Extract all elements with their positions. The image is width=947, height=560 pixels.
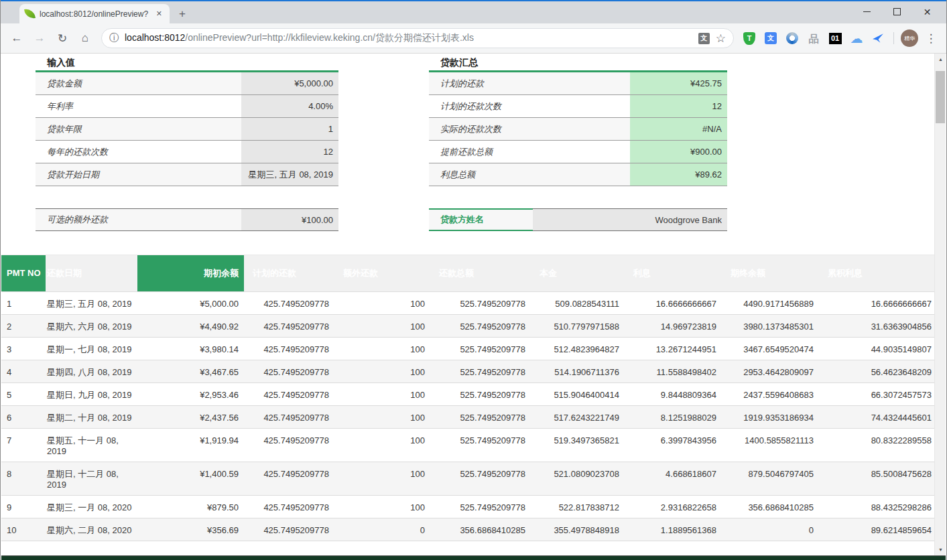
schedule-cell: 89.6214859654 bbox=[819, 518, 934, 541]
schedule-cell: 521.0809023708 bbox=[531, 462, 625, 496]
schedule-cell: 3 bbox=[1, 338, 46, 360]
tab-close-icon[interactable]: ✕ bbox=[154, 9, 164, 18]
schedule-cell: 2953.4642809097 bbox=[722, 360, 819, 383]
cloud-icon: ☁ bbox=[850, 32, 863, 45]
field-row: 实际的还款次数#N/A bbox=[429, 118, 727, 141]
minimize-button[interactable] bbox=[852, 1, 882, 22]
tab-title: localhost:8012/onlinePreview? bbox=[40, 9, 149, 19]
profile-avatar[interactable]: 精华 bbox=[901, 29, 918, 47]
schedule-cell: 0 bbox=[722, 518, 819, 541]
tab-strip: localhost:8012/onlinePreview? ✕ + ✕ bbox=[1, 1, 946, 23]
address-bar[interactable]: ⓘ localhost:8012/onlinePreview?url=http:… bbox=[101, 28, 734, 48]
close-button[interactable]: ✕ bbox=[912, 1, 942, 22]
schedule-cell: 74.4324445601 bbox=[819, 406, 934, 429]
table-header-row: PMT NO还款日期期初余额计划的还款额外还款还款总额本金利息期终余额累积利息 bbox=[1, 255, 934, 292]
bookmark-star-icon[interactable]: ☆ bbox=[716, 33, 726, 44]
summary-rows: 计划的还款¥425.75计划的还款次数12实际的还款次数#N/A提前还款总额¥9… bbox=[429, 72, 727, 186]
back-button[interactable]: ← bbox=[7, 29, 26, 48]
input-rows: 贷款金额¥5,000.00年利率4.00%贷款年限1每年的还款次数12贷款开始日… bbox=[36, 72, 338, 186]
reload-button[interactable]: ↻ bbox=[53, 29, 72, 48]
info-icon[interactable]: ⓘ bbox=[109, 32, 119, 44]
field-value: 12 bbox=[241, 141, 338, 163]
schedule-cell: 6.3997843956 bbox=[625, 429, 722, 462]
home-button[interactable]: ⌂ bbox=[76, 29, 94, 48]
field-row: 贷款开始日期星期三, 五月 08, 2019 bbox=[36, 163, 338, 186]
maximize-button[interactable] bbox=[882, 1, 912, 22]
schedule-cell: 1919.9353186934 bbox=[722, 406, 819, 429]
vertical-scrollbar[interactable]: ▲ ▼ bbox=[934, 54, 946, 555]
translate-extension-icon[interactable]: 文 bbox=[762, 29, 779, 47]
field-label: 实际的还款次数 bbox=[429, 118, 630, 140]
schedule-cell: 425.7495209778 bbox=[244, 315, 334, 338]
schedule-row: 6星期二, 十月 08, 2019¥2,437.56425.7495209778… bbox=[1, 406, 934, 429]
field-value: 12 bbox=[630, 95, 727, 117]
schedule-cell: 425.7495209778 bbox=[244, 292, 334, 315]
schedule-cell: 星期六, 二月 08, 2020 bbox=[46, 518, 137, 541]
field-row: 计划的还款次数12 bbox=[429, 95, 727, 118]
schedule-cell: ¥5,000.00 bbox=[137, 292, 244, 315]
schedule-cell: 3467.6549520474 bbox=[722, 338, 819, 360]
url-path: /onlinePreview?url=http://kkfileview.kek… bbox=[185, 32, 474, 43]
schedule-cell: 425.7495209778 bbox=[244, 462, 334, 496]
shield-icon: T bbox=[743, 32, 755, 45]
schedule-cell: 425.7495209778 bbox=[244, 496, 334, 518]
url-host: localhost:8012 bbox=[125, 32, 185, 43]
schedule-cell: 3980.1373485301 bbox=[722, 315, 819, 338]
new-tab-button[interactable]: + bbox=[174, 5, 191, 23]
schedule-cell: 1.1889561368 bbox=[625, 518, 722, 541]
schedule-cell: 2.9316822658 bbox=[625, 496, 722, 518]
column-header: 还款日期 bbox=[46, 255, 137, 292]
extra-payment-row: 可选的额外还款 ¥100.00 bbox=[36, 208, 338, 231]
schedule-cell: 16.6666666667 bbox=[819, 292, 934, 315]
schedule-cell: 66.3072457573 bbox=[819, 383, 934, 406]
01-badge-extension-icon[interactable]: 01 bbox=[826, 29, 844, 47]
schedule-cell: 100 bbox=[334, 338, 430, 360]
field-row: 贷款金额¥5,000.00 bbox=[36, 72, 338, 95]
schedule-cell: 4490.9171456889 bbox=[722, 292, 819, 315]
scrollbar-thumb[interactable] bbox=[936, 71, 945, 123]
schedule-cell: 13.2671244951 bbox=[625, 338, 722, 360]
schedule-cell: 425.7495209778 bbox=[244, 406, 334, 429]
forward-button[interactable]: → bbox=[30, 29, 49, 48]
schedule-cell: 425.7495209778 bbox=[244, 383, 334, 406]
cloud-extension-icon[interactable]: ☁ bbox=[848, 29, 865, 47]
field-value: #N/A bbox=[630, 118, 727, 140]
schedule-cell: 4 bbox=[1, 360, 46, 383]
browser-tab[interactable]: localhost:8012/onlinePreview? ✕ bbox=[19, 4, 170, 23]
url-text: localhost:8012/onlinePreview?url=http://… bbox=[125, 32, 692, 44]
schedule-row: 8星期日, 十二月 08, 2019¥1,400.59425.749520977… bbox=[1, 462, 934, 496]
swirl-extension-icon[interactable] bbox=[783, 29, 801, 47]
schedule-cell: 星期日, 十二月 08, 2019 bbox=[46, 462, 137, 496]
schedule-cell: 星期日, 九月 08, 2019 bbox=[46, 383, 137, 406]
menu-icon[interactable]: ⋮ bbox=[922, 29, 940, 47]
schedule-cell: 1400.5855821113 bbox=[722, 429, 819, 462]
top-tables: 输入值 贷款金额¥5,000.00年利率4.00%贷款年限1每年的还款次数12贷… bbox=[1, 54, 934, 255]
scroll-down-icon[interactable]: ▼ bbox=[935, 544, 946, 555]
schedule-cell: 7 bbox=[1, 429, 46, 462]
schedule-cell: 31.6363904856 bbox=[819, 315, 934, 338]
column-header: 累积利息 bbox=[819, 255, 934, 292]
schedule-cell: ¥1,919.94 bbox=[137, 429, 244, 462]
shield-extension-icon[interactable]: T bbox=[741, 29, 758, 47]
field-row: 计划的还款¥425.75 bbox=[429, 72, 727, 95]
field-label: 年利率 bbox=[36, 95, 241, 117]
translate-page-action-icon[interactable]: 文 bbox=[698, 33, 710, 44]
field-row: 提前还款总额¥900.00 bbox=[429, 141, 727, 163]
schedule-cell: 4.668618607 bbox=[625, 462, 722, 496]
field-label: 贷款开始日期 bbox=[36, 163, 241, 186]
schedule-cell: ¥879.50 bbox=[137, 496, 244, 518]
schedule-cell: ¥2,437.56 bbox=[137, 406, 244, 429]
schedule-cell: 525.7495209778 bbox=[430, 462, 531, 496]
translate-icon: 文 bbox=[765, 32, 777, 44]
schedule-row: 2星期六, 六月 08, 2019¥4,490.92425.7495209778… bbox=[1, 315, 934, 338]
scroll-up-icon[interactable]: ▲ bbox=[935, 54, 946, 65]
schedule-cell: 10 bbox=[1, 518, 46, 541]
schedule-cell: 356.6868410285 bbox=[430, 518, 531, 541]
lender-label: 贷款方姓名 bbox=[429, 208, 533, 231]
field-label: 每年的还款次数 bbox=[36, 141, 241, 163]
schedule-cell: 100 bbox=[334, 462, 430, 496]
sitemap-extension-icon[interactable]: 品 bbox=[805, 29, 822, 47]
field-value: ¥89.62 bbox=[630, 163, 727, 186]
field-value: 1 bbox=[241, 118, 338, 140]
bird-extension-icon[interactable] bbox=[869, 29, 887, 47]
